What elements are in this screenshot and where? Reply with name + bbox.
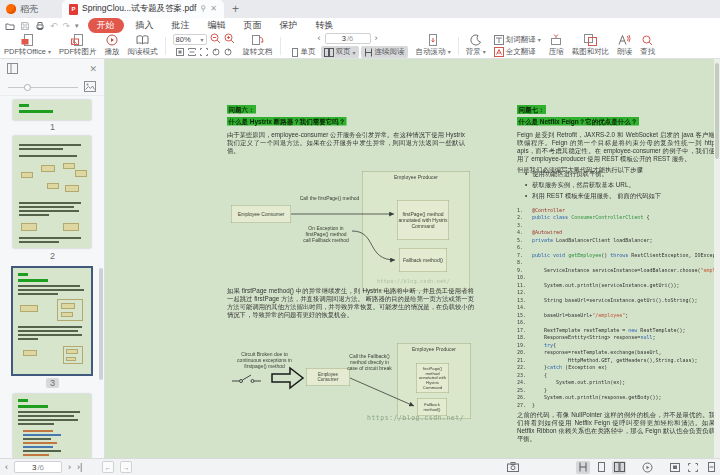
redo-icon[interactable]: ↷ xyxy=(63,21,71,31)
full-translate-button[interactable]: 全文翻译 xyxy=(494,47,541,57)
status-play-button[interactable] xyxy=(640,461,654,474)
page-thumbnail-1[interactable] xyxy=(13,100,91,120)
prev-page-button[interactable]: ‹ xyxy=(318,34,321,43)
open-file-icon[interactable] xyxy=(5,21,15,31)
single-page-button[interactable]: 单页 xyxy=(288,46,319,58)
statusbar: ‹ 3/6 › ›| ← → xyxy=(0,458,720,475)
zoom-out-icon[interactable] xyxy=(210,33,221,46)
next-page-button[interactable]: › xyxy=(375,34,378,43)
code-line: 14. xyxy=(517,304,717,312)
question7-paragraph3: 之前的代码，有像 NullPointer 这样的例外的机会，并不是最优的。我们将… xyxy=(517,411,715,443)
tab-home[interactable]: 开始 xyxy=(88,18,124,33)
zoom-in-icon[interactable] xyxy=(224,33,235,46)
page-number-input[interactable]: 3/6 xyxy=(325,33,371,44)
tab-insert[interactable]: 插入 xyxy=(127,18,163,33)
code-line: 15. baseUrl=baseUrl+"/employee"; xyxy=(517,311,717,319)
code-line: 25. } xyxy=(517,386,717,394)
code-line: 27.} xyxy=(517,401,717,409)
tab-page[interactable]: 页面 xyxy=(235,18,271,33)
status-screenshot-icon[interactable] xyxy=(506,461,520,474)
main-scrollbar[interactable] xyxy=(714,59,720,458)
tab-edit[interactable]: 编辑 xyxy=(199,18,235,33)
undo-icon[interactable]: ↶ xyxy=(50,21,58,31)
actual-size-icon[interactable] xyxy=(176,48,184,58)
screenshot-compare-icon xyxy=(584,34,597,46)
status-last-page-button[interactable]: ›| xyxy=(77,463,82,472)
code-line: 6. xyxy=(517,244,717,252)
question7-title: 什么是 Netflix Feign？它的优点是什么？ xyxy=(517,117,639,126)
page-number-label-3: 3 xyxy=(0,378,105,388)
find-button[interactable]: 查找 xyxy=(636,34,659,57)
prev-view-button[interactable]: ← xyxy=(102,461,114,473)
code-line: 7.public void getEmployee() throws RestC… xyxy=(517,251,717,259)
search-icon xyxy=(642,34,653,46)
close-tab-icon[interactable]: ✕ xyxy=(210,5,217,13)
status-fit-page-button[interactable] xyxy=(686,461,700,474)
close-panel-icon[interactable]: ✕ xyxy=(89,64,97,74)
auto-scroll-button[interactable]: 自动滚动 ▾ xyxy=(412,34,455,57)
play-button[interactable]: 播放 xyxy=(101,34,124,57)
word-translate-button[interactable]: 划词翻译▾ xyxy=(494,35,541,45)
pin-icon[interactable]: ⚲ xyxy=(200,5,206,13)
diagram2-shapes xyxy=(227,331,482,441)
page-number-label-2: 2 xyxy=(0,251,105,261)
rotate-right-icon[interactable] xyxy=(224,48,232,58)
bullet-item: •使用功能区进行负载平衡。 xyxy=(525,170,715,179)
hystrix-diagram-2: Circuit Broken due to continuous excepti… xyxy=(227,331,482,441)
code-line: 11. System.out.println(serviceInstance.g… xyxy=(517,281,717,289)
background-button[interactable]: 背景 ▾ xyxy=(462,34,490,57)
status-fit-width-button[interactable] xyxy=(704,461,718,474)
next-view-button[interactable]: → xyxy=(120,461,132,473)
compress-button[interactable]: 压缩 xyxy=(545,34,568,57)
code-line: 13. String baseUrl=serviceInstance.getUr… xyxy=(517,296,717,304)
pdf-to-image-icon xyxy=(71,34,84,46)
code-line: 12. xyxy=(517,289,717,297)
zoom-level-input[interactable]: 80%▾ xyxy=(173,34,207,45)
new-tab-button[interactable]: + xyxy=(224,0,247,18)
double-page-button[interactable]: 双页▾ xyxy=(321,46,359,58)
question6-label: 问题六： xyxy=(227,105,256,114)
tab-comment[interactable]: 批注 xyxy=(163,18,199,33)
fit-page-icon[interactable] xyxy=(200,48,208,58)
thumbnail-view-icon[interactable] xyxy=(84,78,96,96)
code-line: 8. xyxy=(517,259,717,267)
status-prev-page-button[interactable]: ‹ xyxy=(5,463,8,472)
continuous-read-button[interactable]: 连续阅读 xyxy=(361,46,408,58)
screenshot-compare-button[interactable]: 截图和对比 xyxy=(568,34,614,57)
tab-protect[interactable]: 保护 xyxy=(271,18,307,33)
page-thumbnail-2[interactable] xyxy=(13,136,91,248)
question6-paragraph2: 如果 firstPage method() 中的异常继续发生，则 Hystrix… xyxy=(227,287,474,319)
status-page-input[interactable]: 3/6 xyxy=(14,461,62,473)
home-tab[interactable]: 稻壳 xyxy=(0,0,48,18)
pdf-to-image-button[interactable]: PDF转图片 xyxy=(55,34,101,57)
code-line: 17. RestTemplate restTemplate = new Rest… xyxy=(517,326,717,334)
read-aloud-button[interactable]: 朗读 xyxy=(613,34,636,57)
pdf-to-office-button[interactable]: PDF转Office ▾ xyxy=(0,34,55,57)
question6-paragraph1: 由于某些原因，employee-consumer 公开服务会引发异常。在这种情况… xyxy=(227,131,465,155)
rotate-document-button[interactable]: 旋转文档 xyxy=(239,34,277,57)
rotate-left-icon[interactable] xyxy=(212,48,220,58)
status-next-page-button[interactable]: › xyxy=(68,463,71,472)
page-number-label-1: 1 xyxy=(0,122,105,132)
fit-width-icon[interactable] xyxy=(188,48,196,58)
quickbar-dropdown-icon[interactable]: ▾ xyxy=(75,22,79,30)
tab-convert[interactable]: 转换 xyxy=(307,18,343,33)
read-mode-button[interactable]: 阅读模式 xyxy=(124,34,162,57)
rotate-document-icon xyxy=(251,34,264,46)
status-continuous-view-button[interactable] xyxy=(576,461,590,474)
diagram1-arrows xyxy=(227,159,473,292)
titlebar: 稻壳 P SpringClou...试专题及答案.pdf ⚲ ✕ + xyxy=(0,0,720,18)
print-icon[interactable] xyxy=(35,21,45,31)
thumbnail-size-slider[interactable] xyxy=(8,87,78,88)
page-thumbnail-4[interactable] xyxy=(13,394,91,458)
slider-knob[interactable] xyxy=(24,84,31,91)
menubar: ↶ ↷ ▾ 开始 插入 批注 编辑 页面 保护 转换 xyxy=(0,18,720,33)
status-actual-size-button[interactable] xyxy=(668,461,682,474)
status-double-page-button[interactable] xyxy=(612,461,626,474)
save-icon[interactable] xyxy=(20,21,30,31)
code-line: 21. HttpMethod.GET, getHeaders(),String.… xyxy=(517,356,717,364)
sidebar-scrollbar[interactable] xyxy=(99,268,103,380)
status-single-page-button[interactable] xyxy=(594,461,608,474)
page-thumbnail-3[interactable] xyxy=(13,268,91,374)
document-tab[interactable]: P SpringClou...试专题及答案.pdf ⚲ ✕ xyxy=(62,0,224,18)
